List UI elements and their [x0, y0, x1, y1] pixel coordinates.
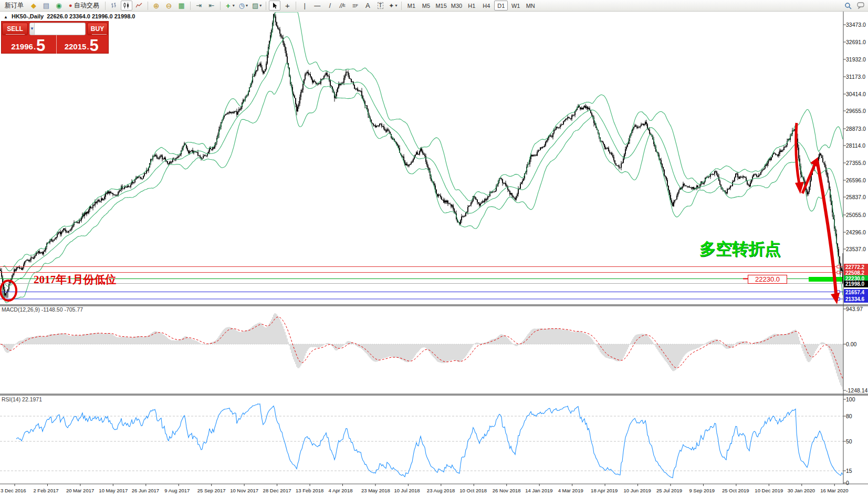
buy-underline — [92, 34, 107, 35]
price-axis-label: 21260.0 — [846, 297, 866, 304]
volume-decrease-button[interactable]: ▼ — [30, 23, 35, 35]
zoom-out-icon[interactable]: ⊖ — [163, 1, 175, 11]
toolbar-separator — [105, 2, 106, 10]
price-axis-label: 25837.0 — [846, 194, 866, 200]
volume-stepper: ▼ ▲ — [29, 23, 86, 35]
date-axis-label: 10 May 2017 — [99, 488, 128, 493]
toolbar-separator — [266, 2, 266, 10]
price-axis-label: 24296.0 — [846, 229, 866, 235]
cursor-icon[interactable] — [269, 1, 280, 11]
date-axis-label: 13 Feb 2018 — [296, 488, 323, 493]
volume-input[interactable] — [35, 23, 86, 35]
auto-scroll-icon[interactable]: ⇥ — [193, 1, 205, 11]
text-icon[interactable]: A — [362, 1, 373, 11]
chevron-down-icon: ▾ — [233, 3, 235, 8]
vertical-line-icon[interactable]: | — [299, 1, 310, 11]
date-axis-label: 20 Mar 2017 — [66, 488, 94, 493]
timeframe-m15[interactable]: M15 — [434, 1, 448, 11]
price-tag: 22508.2 — [844, 270, 868, 276]
chat-icon[interactable] — [855, 1, 866, 11]
rsi-axis-label: 0 — [846, 480, 849, 486]
zoom-in-icon[interactable]: ⊕ — [151, 1, 162, 11]
signal-icon[interactable]: ◉ — [53, 1, 65, 11]
price-tag: 22772.2 — [844, 264, 868, 271]
buy-button[interactable]: BUY — [87, 23, 108, 35]
timeframe-bar: M1M5M15M30H1H4D1W1MN — [404, 1, 538, 11]
chart-shift-icon[interactable]: ⇤ — [206, 1, 217, 11]
tile-windows-icon[interactable]: ▦ — [176, 1, 187, 11]
timeframe-d1[interactable]: D1 — [494, 1, 508, 11]
search-icon[interactable] — [842, 1, 854, 11]
sell-button[interactable]: SELL — [2, 23, 28, 35]
date-axis-label: 25 Oct 2019 — [722, 488, 749, 493]
price-axis-label: 23537.0 — [846, 246, 866, 252]
timeframe-w1[interactable]: W1 — [509, 1, 522, 11]
toolbar-separator — [401, 2, 402, 10]
price-divider — [56, 35, 57, 54]
buy-price-display: 22015.5 — [55, 35, 109, 54]
new-order-button[interactable]: 新订单 — [2, 1, 27, 11]
rsi-axis-label: 50 — [846, 438, 852, 445]
timeframe-mn[interactable]: MN — [524, 1, 537, 11]
price-tag: 22230.0 — [844, 275, 868, 282]
toolbar-separator — [220, 2, 221, 10]
template-button[interactable]: ▨▾ — [250, 1, 263, 11]
price-axis-label: 33473.0 — [846, 22, 866, 28]
chart-info-line: ▲ HK50-,Daily 22626.0 23364.0 21996.0 21… — [4, 13, 135, 19]
toolbar-separator — [296, 2, 296, 10]
date-axis-label: 9 Aug 2017 — [164, 488, 190, 493]
timeframe-h1[interactable]: H1 — [465, 1, 478, 11]
text-label-icon[interactable]: T — [374, 1, 386, 11]
period-button[interactable]: ◷▾ — [237, 1, 249, 11]
price-axis-label: 31932.0 — [846, 56, 866, 63]
date-axis-label: 4 Apr 2018 — [329, 488, 353, 493]
price-tag: 21334.6 — [844, 296, 868, 303]
price-axis-label: 31173.0 — [846, 74, 865, 80]
bar-chart-icon[interactable] — [108, 1, 120, 11]
level-price-label: 22230.0 — [748, 275, 787, 284]
trendline-icon[interactable]: / — [324, 1, 336, 11]
date-axis-label: 14 Jan 2019 — [525, 488, 552, 493]
arrows-button[interactable]: ✦▾ — [387, 1, 399, 11]
chevron-down-icon: ▾ — [259, 3, 262, 8]
price-axis-label: 28114.0 — [846, 142, 865, 149]
date-axis-label: 23 May 2018 — [361, 488, 390, 493]
date-axis-label: 2 Feb 2017 — [33, 488, 58, 493]
timeframe-m30[interactable]: M30 — [449, 1, 464, 11]
symbol-period-label: HK50-,Daily — [12, 13, 44, 19]
equidistant-channel-icon[interactable]: //E — [337, 1, 348, 11]
rsi-axis-label: 15 — [846, 468, 852, 474]
toolbar-separator — [148, 2, 148, 10]
line-chart-icon[interactable] — [133, 1, 145, 11]
macd-axis-label: 943.97 — [846, 306, 863, 312]
timeframe-m5[interactable]: M5 — [419, 1, 433, 11]
toolbar-separator — [190, 2, 191, 10]
timeframe-m1[interactable]: M1 — [404, 1, 418, 11]
ohlc-values: 22626.0 23364.0 21996.0 21998.0 — [47, 13, 135, 19]
date-axis-label: 10 Jul 2018 — [394, 488, 420, 493]
add-indicator-button[interactable]: ＋▾ — [223, 1, 236, 11]
mt4-window: 新订单 ◆ ▤ ◉ ● 自动交易 ⊕ ⊖ ▦ ⇥ ⇤ ＋▾ ◷▾ ▨▾ + | … — [0, 0, 868, 496]
date-axis-label: 28 Dec 2017 — [263, 488, 291, 493]
price-tag: 21657.4 — [844, 289, 868, 296]
date-axis-label: 10 Oct 2018 — [459, 488, 487, 493]
wizard-icon[interactable]: ◆ — [28, 1, 39, 11]
date-axis-label: 10 Nov 2017 — [230, 488, 258, 493]
annotation-2017-low-text: 2017年1月份低位 — [34, 272, 117, 287]
rsi-indicator-label: RSI(14) 22.1971 — [2, 396, 42, 402]
crosshair-icon[interactable]: + — [281, 1, 293, 11]
candlestick-chart-icon[interactable] — [121, 1, 132, 11]
date-axis-label: 3 Dec 2016 — [1, 488, 26, 493]
auto-trading-button[interactable]: ● 自动交易 — [66, 1, 102, 11]
macd-axis-label: -1248.14 — [846, 387, 867, 394]
chevron-down-icon: ▾ — [395, 3, 397, 8]
horizontal-line-icon[interactable]: — — [311, 1, 323, 11]
collapse-panel-icon[interactable]: ▲ — [4, 15, 8, 19]
sell-price-display: 21996.5 — [2, 35, 55, 54]
market-watch-icon[interactable]: ▤ — [40, 1, 52, 11]
rsi-axis-label: 80 — [846, 413, 852, 419]
price-axis-label: 27355.0 — [846, 160, 866, 166]
fibonacci-icon[interactable]: ≡F — [349, 1, 361, 11]
price-axis-label: 32691.0 — [846, 39, 866, 45]
timeframe-h4[interactable]: H4 — [479, 1, 493, 11]
